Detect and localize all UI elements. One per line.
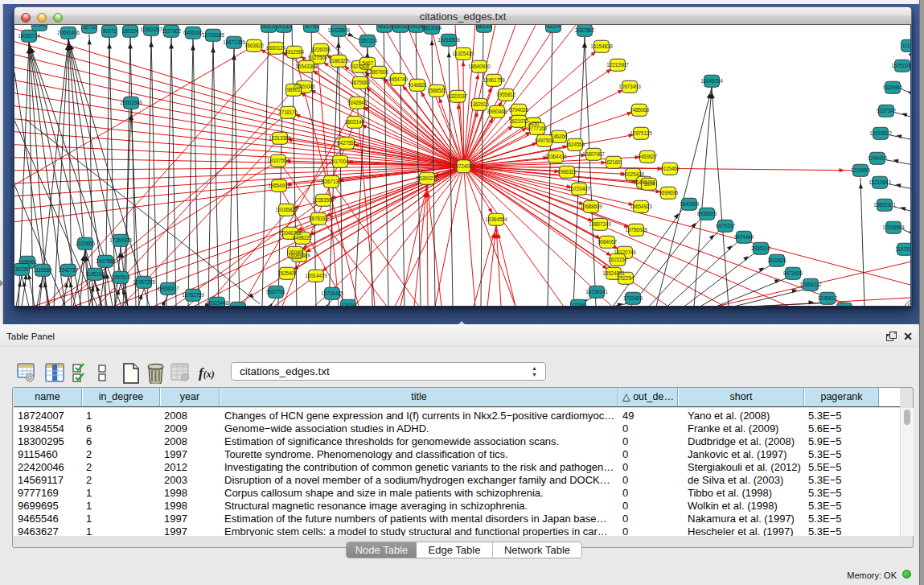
svg-text:417004: 417004 xyxy=(332,159,349,164)
svg-text:9657791: 9657791 xyxy=(266,289,285,295)
svg-text:1588520: 1588520 xyxy=(427,88,446,93)
svg-text:17016504: 17016504 xyxy=(882,225,905,230)
svg-text:17359928: 17359928 xyxy=(109,237,132,243)
svg-text:1362615: 1362615 xyxy=(470,101,489,107)
svg-text:15751074: 15751074 xyxy=(891,63,911,68)
svg-text:8186323: 8186323 xyxy=(329,58,348,64)
svg-text:15716485: 15716485 xyxy=(321,290,343,296)
svg-text:9329966: 9329966 xyxy=(883,84,902,90)
svg-text:16033: 16033 xyxy=(393,25,408,29)
svg-text:9327503: 9327503 xyxy=(308,55,327,60)
svg-text:8938923: 8938923 xyxy=(697,211,717,216)
svg-text:2803144: 2803144 xyxy=(345,119,364,125)
svg-text:2087682: 2087682 xyxy=(575,27,594,33)
svg-text:3215955: 3215955 xyxy=(851,167,870,173)
svg-text:6479197: 6479197 xyxy=(716,223,735,229)
svg-text:17546: 17546 xyxy=(32,25,47,27)
svg-text:9084067: 9084067 xyxy=(598,239,617,245)
svg-text:6497508: 6497508 xyxy=(535,138,554,143)
svg-text:2020655: 2020655 xyxy=(76,241,95,246)
svg-text:19384554: 19384554 xyxy=(485,216,507,222)
svg-text:9463627: 9463627 xyxy=(638,154,657,159)
svg-text:20133: 20133 xyxy=(277,25,291,29)
svg-text:19654912: 19654912 xyxy=(268,183,290,188)
svg-text:19218506: 19218506 xyxy=(437,37,460,43)
svg-text:8660124: 8660124 xyxy=(266,45,285,51)
svg-text:8471626: 8471626 xyxy=(783,270,803,276)
svg-text:9804: 9804 xyxy=(643,181,655,187)
svg-text:6794028: 6794028 xyxy=(509,107,528,113)
svg-text:7663822: 7663822 xyxy=(244,43,264,48)
svg-text:9245612: 9245612 xyxy=(818,295,837,301)
svg-text:9115460: 9115460 xyxy=(660,166,680,171)
svg-text:16914479: 16914479 xyxy=(305,273,327,278)
svg-text:7485063: 7485063 xyxy=(630,107,649,113)
svg-text:11124: 11124 xyxy=(902,43,911,48)
svg-text:7357224: 7357224 xyxy=(358,38,377,43)
svg-text:10653267: 10653267 xyxy=(140,27,162,32)
svg-text:19654923: 19654923 xyxy=(630,204,652,209)
svg-text:8226058: 8226058 xyxy=(311,47,331,52)
svg-text:39159: 39159 xyxy=(14,266,29,272)
svg-text:1621072: 1621072 xyxy=(509,118,528,124)
svg-text:12923448: 12923448 xyxy=(206,300,228,306)
svg-text:16543382: 16543382 xyxy=(295,64,318,69)
svg-text:1733426: 1733426 xyxy=(623,295,643,301)
svg-text:15300275: 15300275 xyxy=(416,175,438,181)
svg-text:3875685: 3875685 xyxy=(351,80,370,85)
svg-text:10755: 10755 xyxy=(304,25,318,29)
svg-text:2935114: 2935114 xyxy=(751,245,770,251)
svg-text:10688609: 10688609 xyxy=(580,204,602,209)
svg-text:7632621: 7632621 xyxy=(767,257,786,263)
svg-text:10654112: 10654112 xyxy=(800,282,822,287)
svg-text:16961758: 16961758 xyxy=(483,77,505,83)
svg-text:7986322: 7986322 xyxy=(557,169,577,175)
svg-text:6466160: 6466160 xyxy=(183,30,203,35)
svg-text:124: 124 xyxy=(234,305,243,307)
svg-text:1640954: 1640954 xyxy=(680,201,699,207)
svg-text:8322037: 8322037 xyxy=(448,93,467,99)
svg-text:11325419: 11325419 xyxy=(453,51,474,56)
svg-text:8267130: 8267130 xyxy=(322,179,341,184)
svg-text:18640910: 18640910 xyxy=(468,64,491,69)
svg-text:9777169: 9777169 xyxy=(528,126,547,131)
svg-text:1244415: 1244415 xyxy=(868,155,887,161)
svg-text:17957265: 17957265 xyxy=(133,279,155,285)
svg-text:9227342: 9227342 xyxy=(877,108,896,113)
svg-text:16154838: 16154838 xyxy=(590,43,613,49)
svg-text:16648784: 16648784 xyxy=(700,78,723,84)
svg-text:5467: 5467 xyxy=(362,60,373,66)
svg-text:8454749: 8454749 xyxy=(388,76,408,82)
svg-text:6498222: 6498222 xyxy=(293,235,312,241)
svg-text:12093822: 12093822 xyxy=(869,130,892,136)
svg-text:8427552: 8427552 xyxy=(337,140,356,146)
svg-text:10025438: 10025438 xyxy=(622,171,644,177)
svg-text:163133: 163133 xyxy=(261,25,277,29)
svg-text:2718176: 2718176 xyxy=(278,109,298,115)
svg-text:19166829: 19166829 xyxy=(275,207,298,212)
svg-text:16210643: 16210643 xyxy=(869,179,891,185)
svg-text:15720407: 15720407 xyxy=(568,186,590,192)
svg-text:2867608: 2867608 xyxy=(369,69,388,75)
svg-text:62160: 62160 xyxy=(606,159,621,165)
svg-text:16712: 16712 xyxy=(82,25,97,30)
svg-text:18107554: 18107554 xyxy=(267,158,290,163)
svg-text:1250515: 1250515 xyxy=(111,274,130,280)
svg-text:12353594: 12353594 xyxy=(312,197,335,203)
svg-text:10973493: 10973493 xyxy=(618,84,641,89)
svg-text:15692921: 15692921 xyxy=(873,202,896,208)
svg-text:8878332: 8878332 xyxy=(309,216,328,221)
svg-text:16033809: 16033809 xyxy=(327,27,350,33)
svg-text:19958107: 19958107 xyxy=(157,286,179,291)
svg-text:12975125: 12975125 xyxy=(630,130,652,136)
svg-text:12434: 12434 xyxy=(341,303,355,307)
svg-text:2342737: 2342737 xyxy=(59,267,78,273)
svg-text:9699695: 9699695 xyxy=(659,190,678,196)
svg-text:18724007: 18724007 xyxy=(453,163,475,169)
svg-text:8990448: 8990448 xyxy=(487,109,507,114)
svg-text:1115689: 1115689 xyxy=(34,267,53,273)
svg-text:86133: 86133 xyxy=(477,25,491,29)
svg-text:9242848: 9242848 xyxy=(347,100,367,105)
svg-text:90071: 90071 xyxy=(102,28,117,34)
svg-text:1145194: 1145194 xyxy=(85,271,105,277)
